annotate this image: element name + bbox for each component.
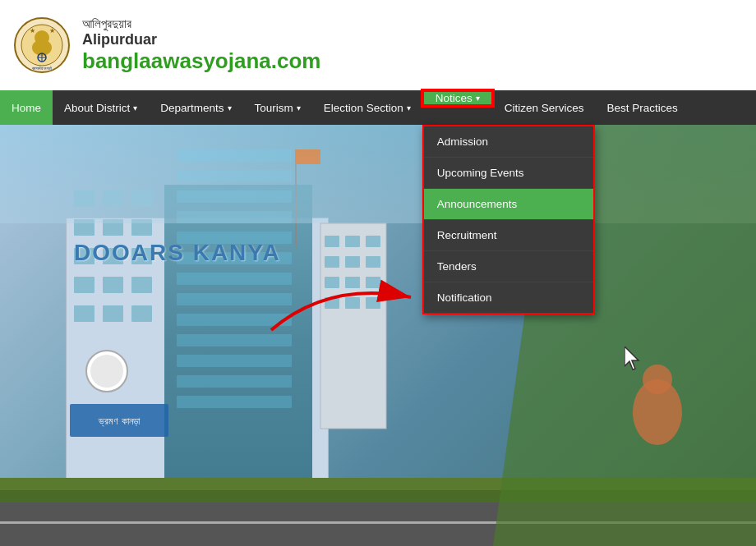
website-url: banglaawasyojana.com [82, 48, 320, 74]
building-glass [164, 185, 312, 497]
tourism-chevron: ▾ [297, 103, 301, 112]
main-navbar: Home About District ▾ Departments ▾ Tour… [0, 90, 756, 125]
nav-tourism[interactable]: Tourism ▾ [243, 90, 312, 125]
nav-best-practices[interactable]: Best Practices [595, 90, 689, 125]
svg-rect-59 [0, 125, 756, 223]
svg-marker-66 [625, 346, 638, 369]
government-emblem: सत्यमेव जयते ★ ★ [13, 16, 71, 74]
dropdown-tenders[interactable]: Tenders [424, 251, 593, 282]
svg-rect-45 [345, 256, 360, 268]
nav-about-district[interactable]: About District ▾ [53, 90, 149, 125]
site-header: सत्यमेव जयते ★ ★ আলিপুরদুয়ার Alipurduar… [0, 0, 756, 90]
english-title: Alipurduar [82, 31, 320, 48]
svg-rect-52 [366, 297, 380, 309]
about-district-chevron: ▾ [133, 103, 137, 112]
nav-departments[interactable]: Departments ▾ [149, 90, 242, 125]
nav-notices-wrapper: Notices ▾ Admission Upcoming Events Anno… [422, 90, 493, 125]
dropdown-admission[interactable]: Admission [424, 126, 593, 158]
svg-rect-11 [103, 190, 123, 207]
hero-section: ভ্রমণ কানড়া DOOARS KANYA [0, 125, 756, 546]
notices-dropdown: Admission Upcoming Events Announcements … [422, 125, 595, 314]
cursor-svg [625, 346, 644, 371]
svg-point-62 [643, 365, 672, 394]
svg-text:सत्यमेव जयते: सत्यमेव जयते [31, 66, 52, 71]
svg-rect-40 [320, 223, 386, 429]
nav-home[interactable]: Home [0, 90, 53, 125]
svg-point-3 [35, 30, 49, 45]
nav-notices[interactable]: Notices ▾ [422, 90, 493, 106]
bengali-title: আলিপুরদুয়ার [82, 16, 320, 31]
svg-rect-42 [345, 236, 360, 247]
building-name-text: DOOARS KANYA [74, 240, 281, 266]
svg-rect-57 [0, 502, 756, 546]
dropdown-announcements[interactable]: Announcements [424, 189, 593, 220]
svg-rect-58 [0, 521, 756, 524]
svg-rect-12 [131, 190, 152, 207]
svg-text:★: ★ [30, 27, 35, 34]
svg-rect-51 [345, 297, 360, 309]
cursor-pointer [625, 346, 644, 376]
dropdown-upcoming-events[interactable]: Upcoming Events [424, 158, 593, 189]
svg-point-61 [633, 379, 682, 445]
svg-text:★: ★ [49, 27, 55, 34]
nav-election-section[interactable]: Election Section ▾ [312, 90, 422, 125]
dropdown-recruitment[interactable]: Recruitment [424, 220, 593, 251]
election-chevron: ▾ [407, 103, 411, 112]
notices-chevron: ▾ [476, 94, 480, 103]
svg-rect-46 [366, 256, 380, 268]
header-text-block: আলিপুরদুয়ার Alipurduar banglaawasyojana… [82, 16, 320, 74]
svg-rect-49 [366, 277, 380, 288]
svg-rect-48 [345, 277, 360, 288]
svg-rect-10 [74, 190, 94, 207]
svg-rect-28 [177, 170, 292, 182]
svg-rect-54 [296, 149, 320, 164]
dropdown-notification[interactable]: Notification [424, 282, 593, 313]
departments-chevron: ▾ [228, 103, 232, 112]
nav-citizen-services[interactable]: Citizen Services [493, 90, 596, 125]
svg-rect-27 [177, 149, 292, 162]
svg-rect-43 [366, 236, 380, 247]
